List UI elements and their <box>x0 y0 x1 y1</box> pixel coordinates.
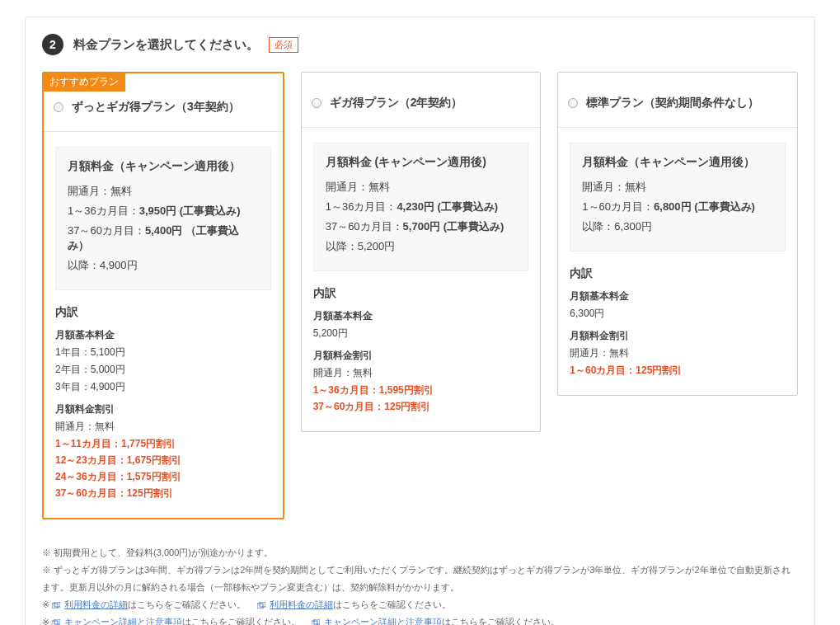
plans-row: おすすめプラン ずっとギガ得プラン（3年契約） 月額料金（キャンペーン適用後） … <box>42 72 798 519</box>
discount-title: 月額料金割引 <box>570 329 786 343</box>
basic-line: 6,300円 <box>570 307 786 321</box>
plan-body: 月額料金（キャンペーン適用後） 開通月：無料 1～60カ月目：6,800円 (工… <box>558 128 797 395</box>
discount-line: 24～36カ月目：1,575円割引 <box>55 470 271 484</box>
basic-line: 1年目：5,100円 <box>55 345 271 359</box>
plan-header[interactable]: 標準プラン（契約期間条件なし） <box>558 73 797 128</box>
basic-line: 3年目：4,900円 <box>55 380 271 394</box>
basic-fee-title: 月額基本料金 <box>313 309 529 323</box>
price-line: 以降：4,900円 <box>68 258 259 273</box>
discount-free-line: 開通月：無料 <box>313 366 529 380</box>
fee-details-link[interactable]: 利用料金の詳細 <box>270 599 333 609</box>
fee-details-link[interactable]: 利用料金の詳細 <box>64 599 128 609</box>
discount-free-line: 開通月：無料 <box>570 346 786 360</box>
price-line: 1～60カ月目：6,800円 (工事費込み) <box>582 200 773 214</box>
price-box: 月額料金（キャンペーン適用後） 開通月：無料 1～60カ月目：6,800円 (工… <box>570 143 786 251</box>
price-line: 1～36カ月目：3,950円 (工事費込み) <box>68 204 259 219</box>
plan-card-zutto-gigatoku[interactable]: おすすめプラン ずっとギガ得プラン（3年契約） 月額料金（キャンペーン適用後） … <box>42 72 284 519</box>
required-badge: 必須 <box>269 37 298 53</box>
external-link-icon <box>52 619 60 625</box>
discount-line: 37～60カ月目：125円割引 <box>55 486 271 500</box>
price-line: 開通月：無料 <box>582 180 773 195</box>
plan-card-standard[interactable]: 標準プラン（契約期間条件なし） 月額料金（キャンペーン適用後） 開通月：無料 1… <box>557 72 798 396</box>
plan-name: 標準プラン（契約期間条件なし） <box>586 96 759 110</box>
price-box-title: 月額料金（キャンペーン適用後） <box>68 159 259 174</box>
breakdown-title: 内訳 <box>55 305 271 320</box>
plan-header[interactable]: ギガ得プラン（2年契約） <box>302 73 541 128</box>
plan-name: ギガ得プラン（2年契約） <box>330 96 463 110</box>
step-title: 料金プランを選択してください。 <box>73 37 259 53</box>
breakdown-title: 内訳 <box>313 286 529 301</box>
note-line: ※ 初期費用として、登録料(3,000円)が別途かかります。 <box>42 544 798 562</box>
discount-line: 1～36カ月目：1,595円割引 <box>313 383 529 397</box>
discount-title: 月額料金割引 <box>55 402 271 416</box>
basic-line: 5,200円 <box>313 327 529 341</box>
price-box-title: 月額料金 (キャンペーン適用後) <box>326 155 517 170</box>
discount-line: 37～60カ月目：125円割引 <box>313 400 529 414</box>
campaign-details-link[interactable]: キャンペーン詳細と注意事項 <box>64 617 182 625</box>
price-box: 月額料金 (キャンペーン適用後) 開通月：無料 1～36カ月目：4,230円 (… <box>313 143 529 271</box>
plan-selection-panel: 2 料金プランを選択してください。 必須 おすすめプラン ずっとギガ得プラン（3… <box>25 16 815 625</box>
price-line: 37～60カ月目：5,700円 (工事費込み) <box>326 219 517 234</box>
price-line: 開通月：無料 <box>326 180 517 195</box>
note-line: ※ キャンペーン詳細と注意事項はこちらをご確認ください。 キャンペーン詳細と注意… <box>42 613 798 625</box>
plan-radio[interactable] <box>54 102 63 112</box>
external-link-icon <box>312 619 320 625</box>
plan-body: 月額料金 (キャンペーン適用後) 開通月：無料 1～36カ月目：4,230円 (… <box>302 128 541 431</box>
plan-radio[interactable] <box>312 98 321 108</box>
price-line: 37～60カ月目：5,400円 （工事費込み） <box>68 223 259 253</box>
price-line: 1～36カ月目：4,230円 (工事費込み) <box>326 200 517 214</box>
discount-title: 月額料金割引 <box>313 349 529 363</box>
basic-fee-title: 月額基本料金 <box>570 289 786 303</box>
discount-line: 12～23カ月目：1,675円割引 <box>55 453 271 468</box>
plan-card-gigatoku[interactable]: ギガ得プラン（2年契約） 月額料金 (キャンペーン適用後) 開通月：無料 1～3… <box>301 72 542 432</box>
plan-radio[interactable] <box>568 98 578 108</box>
discount-free-line: 開通月：無料 <box>55 420 271 434</box>
plan-body: 月額料金（キャンペーン適用後） 開通月：無料 1～36カ月目：3,950円 (工… <box>44 132 283 518</box>
step-number-badge: 2 <box>42 34 63 55</box>
notes-section: ※ 初期費用として、登録料(3,000円)が別途かかります。 ※ ずっとギガ得プ… <box>42 544 798 625</box>
external-link-icon <box>52 602 60 609</box>
price-line: 以降：5,200円 <box>326 239 517 254</box>
note-line: ※ 利用料金の詳細はこちらをご確認ください。 利用料金の詳細はこちらをご確認くだ… <box>42 596 798 613</box>
discount-line: 1～60カ月目：125円割引 <box>570 364 786 378</box>
discount-line: 1～11カ月目：1,775円割引 <box>55 437 271 451</box>
breakdown-title: 内訳 <box>570 266 786 281</box>
basic-line: 2年目：5,000円 <box>55 363 271 377</box>
price-box: 月額料金（キャンペーン適用後） 開通月：無料 1～36カ月目：3,950円 (工… <box>55 147 271 290</box>
step-header: 2 料金プランを選択してください。 必須 <box>42 34 798 55</box>
recommend-tag: おすすめプラン <box>43 73 125 92</box>
plan-name: ずっとギガ得プラン（3年契約） <box>72 100 240 115</box>
price-box-title: 月額料金（キャンペーン適用後） <box>582 155 773 170</box>
campaign-details-link[interactable]: キャンペーン詳細と注意事項 <box>324 617 442 625</box>
price-line: 以降：6,300円 <box>582 219 773 234</box>
price-line: 開通月：無料 <box>68 184 259 199</box>
external-link-icon <box>257 602 265 609</box>
note-line: ※ ずっとギガ得プランは3年間、ギガ得プランは2年間を契約期間としてご利用いただ… <box>42 562 798 596</box>
basic-fee-title: 月額基本料金 <box>55 328 271 342</box>
